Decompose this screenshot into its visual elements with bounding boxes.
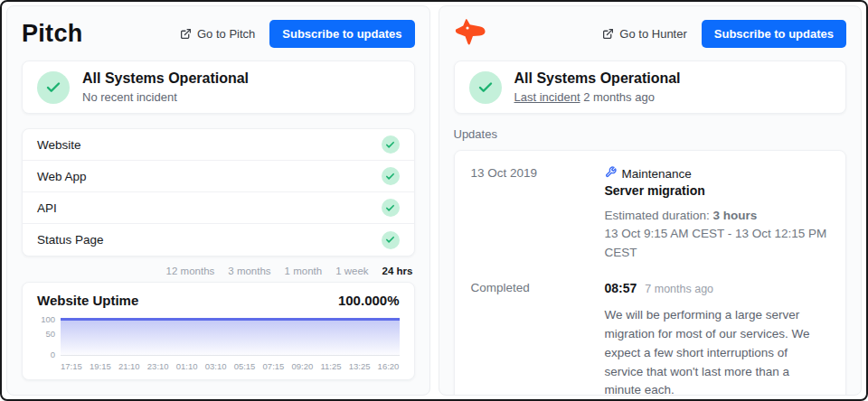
completed-time-ago: 7 months ago — [645, 283, 713, 295]
x-tick: 01:10 — [176, 361, 198, 371]
time-range-tabs: 12 months 3 months 1 month 1 week 24 hrs — [22, 266, 415, 276]
status-ok-icon — [37, 71, 70, 104]
pitch-logo: Pitch — [22, 20, 83, 48]
x-tick: 05:15 — [234, 361, 256, 371]
last-incident-link[interactable]: Last incident — [514, 90, 580, 104]
update-completed-block: 08:57 7 months ago We will be performing… — [605, 281, 830, 396]
update-date: 13 Oct 2019 — [471, 166, 605, 262]
estimated-duration: Estimated duration: 3 hours — [605, 207, 830, 225]
hunter-header: Go to Hunter Subscribe to updates — [454, 17, 847, 50]
chart-y-axis: 100 50 0 — [37, 318, 61, 356]
uptime-area-series — [61, 318, 400, 355]
pitch-overall-status-card: All Systems Operational No recent incide… — [22, 61, 415, 114]
website-uptime-chart-card: Website Uptime 100.000% 100 50 0 17:15 1… — [22, 282, 415, 380]
x-tick: 09:20 — [292, 361, 314, 371]
update-card-server-migration: 13 Oct 2019 Maintenance Server migration… — [454, 150, 847, 396]
update-main: Maintenance Server migration Estimated d… — [605, 166, 830, 262]
x-tick: 17:15 — [61, 361, 82, 371]
hunter-status-text: All Systems Operational Last incident 2 … — [514, 70, 681, 104]
x-tick: 13:25 — [349, 361, 371, 371]
pitch-header-actions: Go to Pitch Subscribe to updates — [180, 20, 415, 48]
external-link-icon — [602, 28, 614, 40]
maintenance-badge: Maintenance — [605, 166, 830, 181]
pitch-status-title: All Systems Operational — [82, 70, 249, 87]
service-name: API — [37, 201, 57, 215]
update-details: Estimated duration: 3 hours 13 Oct 9:15 … — [605, 207, 830, 262]
pitch-status-text: All Systems Operational No recent incide… — [82, 70, 249, 104]
uptime-chart: 100 50 0 — [37, 318, 400, 356]
chart-title: Website Uptime — [37, 293, 138, 308]
maintenance-window: 13 Oct 9:15 AM CEST - 13 Oct 12:15 PM CE… — [605, 225, 830, 262]
x-tick: 03:10 — [205, 361, 227, 371]
pitch-header: Pitch Go to Pitch Subscribe to updates — [22, 17, 415, 50]
hunter-status-title: All Systems Operational — [514, 70, 681, 87]
update-status-label: Completed — [471, 281, 605, 396]
x-tick: 23:10 — [147, 361, 169, 371]
status-pages-container: Pitch Go to Pitch Subscribe to updates A… — [6, 5, 862, 396]
service-ok-icon — [382, 167, 400, 185]
tab-1-month[interactable]: 1 month — [285, 266, 323, 276]
x-tick: 11:25 — [320, 361, 341, 371]
go-to-hunter-link[interactable]: Go to Hunter — [602, 27, 686, 41]
pitch-status-subtitle: No recent incident — [82, 90, 249, 104]
x-tick: 19:15 — [90, 361, 111, 371]
update-title: Server migration — [605, 183, 830, 198]
y-tick: 100 — [41, 315, 55, 324]
chart-header: Website Uptime 100.000% — [37, 293, 400, 308]
subscribe-button-hunter[interactable]: Subscribe to updates — [702, 20, 846, 48]
wrench-icon — [605, 166, 617, 181]
hunter-fox-logo-icon — [454, 18, 487, 50]
status-ok-icon — [469, 71, 502, 104]
external-link-icon — [180, 28, 192, 40]
hunter-status-panel: Go to Hunter Subscribe to updates All Sy… — [439, 5, 863, 396]
duration-value: 3 hours — [713, 209, 758, 222]
x-tick: 16:20 — [378, 361, 400, 371]
hunter-header-actions: Go to Hunter Subscribe to updates — [602, 20, 846, 48]
service-row-status-page: Status Page — [23, 224, 414, 256]
x-tick: 07:15 — [263, 361, 285, 371]
service-row-web-app: Web App — [23, 161, 414, 192]
updates-section-header: Updates — [454, 127, 847, 141]
go-to-pitch-label: Go to Pitch — [197, 27, 255, 41]
service-ok-icon — [382, 231, 400, 249]
y-tick: 0 — [51, 350, 55, 359]
service-row-api: API — [23, 192, 414, 224]
tab-24-hrs[interactable]: 24 hrs — [382, 266, 413, 276]
pitch-status-panel: Pitch Go to Pitch Subscribe to updates A… — [6, 5, 430, 396]
update-grid: 13 Oct 2019 Maintenance Server migration… — [471, 166, 830, 396]
service-row-website: Website — [23, 129, 414, 161]
x-tick: 21:10 — [118, 361, 140, 371]
completed-time: 08:57 — [605, 281, 637, 295]
chart-plot-area — [61, 318, 400, 356]
hunter-overall-status-card: All Systems Operational Last incident 2 … — [454, 61, 847, 114]
tab-3-months[interactable]: 3 months — [228, 266, 270, 276]
service-name: Website — [37, 138, 81, 152]
service-name: Status Page — [37, 233, 104, 247]
service-name: Web App — [37, 170, 87, 183]
completed-time-row: 08:57 7 months ago — [605, 281, 830, 295]
go-to-pitch-link[interactable]: Go to Pitch — [180, 27, 255, 41]
pitch-services-list: Website Web App API Status Page — [22, 128, 415, 256]
y-tick: 50 — [45, 330, 55, 339]
maintenance-label: Maintenance — [622, 167, 692, 181]
tab-12-months[interactable]: 12 months — [166, 266, 215, 276]
tab-1-week[interactable]: 1 week — [335, 266, 368, 276]
chart-x-axis: 17:15 19:15 21:10 23:10 01:10 03:10 05:1… — [61, 361, 400, 371]
subscribe-button-pitch[interactable]: Subscribe to updates — [269, 20, 414, 48]
hunter-last-incident: Last incident 2 months ago — [514, 90, 681, 104]
service-ok-icon — [382, 135, 400, 154]
last-incident-ago: 2 months ago — [583, 90, 655, 104]
uptime-percentage: 100.000% — [338, 293, 400, 308]
update-message: We will be performing a large server mig… — [605, 306, 830, 396]
go-to-hunter-label: Go to Hunter — [619, 27, 686, 41]
service-ok-icon — [382, 199, 400, 217]
